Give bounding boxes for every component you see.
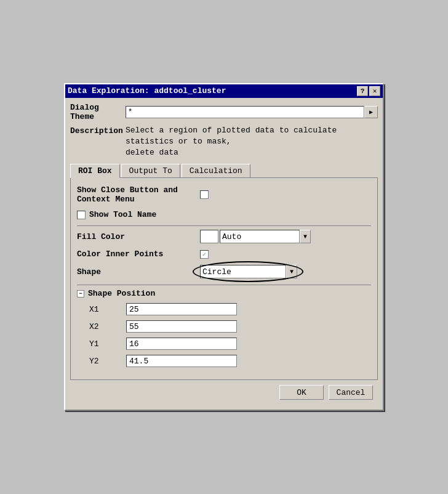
- color-inner-points-row: Color Inner Points: [77, 249, 371, 259]
- title-bar: Data Exploration: addtool_cluster ? ✕: [65, 84, 383, 98]
- y2-label: Y2: [89, 357, 126, 366]
- shape-position-header: − Shape Position: [77, 289, 371, 298]
- description-area: Description Select a region of plotted d…: [70, 125, 378, 159]
- tab-content: Show Close Button and Context Menu Show …: [70, 177, 378, 380]
- tab-output-to[interactable]: Output To: [121, 164, 180, 178]
- x1-label: X1: [89, 305, 126, 314]
- fill-color-dropdown-container: Auto ▼: [200, 230, 311, 243]
- show-tool-name-row: Show Tool Name: [77, 210, 371, 219]
- dialog-theme-arrow-button[interactable]: ▶: [364, 106, 378, 118]
- fill-color-row: Fill Color Auto ▼: [77, 230, 371, 243]
- fill-color-dropdown-arrow[interactable]: ▼: [300, 230, 311, 243]
- fill-color-label: Fill Color: [77, 232, 200, 241]
- show-close-button-label: Show Close Button and Context Menu: [77, 185, 200, 204]
- shape-dropdown-arrow[interactable]: ▼: [286, 265, 297, 278]
- description-text: Select a region of plotted data to calcu…: [126, 125, 378, 159]
- x2-label: X2: [89, 322, 126, 331]
- shape-dropdown-wrapper: Circle ▼: [200, 265, 297, 278]
- bottom-bar: OK Cancel: [70, 380, 378, 405]
- y2-input[interactable]: [126, 355, 237, 367]
- dialog-theme-input[interactable]: [126, 106, 364, 118]
- shape-row: Shape Circle ▼: [77, 265, 371, 278]
- help-button[interactable]: ?: [357, 86, 368, 96]
- y1-input[interactable]: [126, 338, 237, 350]
- description-label: Description: [70, 125, 126, 136]
- y1-row: Y1: [77, 338, 371, 350]
- collapse-button[interactable]: −: [77, 290, 84, 298]
- cancel-button[interactable]: Cancel: [329, 385, 373, 400]
- tab-calculation[interactable]: Calculation: [182, 164, 250, 178]
- x2-row: X2: [77, 320, 371, 333]
- show-tool-name-label: Show Tool Name: [89, 210, 156, 219]
- shape-position-label: Shape Position: [88, 289, 155, 298]
- fill-color-select[interactable]: Auto: [220, 230, 300, 243]
- x2-input[interactable]: [126, 320, 237, 333]
- color-inner-points-checkbox[interactable]: [200, 250, 209, 259]
- shape-select[interactable]: Circle: [200, 265, 286, 278]
- window-body: Dialog Theme ▶ Description Select a regi…: [65, 98, 383, 410]
- window-title: Data Exploration: addtool_cluster: [68, 86, 357, 95]
- shape-label: Shape: [77, 267, 200, 277]
- tab-roi-box[interactable]: ROI Box: [70, 164, 120, 178]
- show-close-button-checkbox[interactable]: [200, 190, 209, 199]
- y1-label: Y1: [89, 339, 126, 349]
- close-button[interactable]: ✕: [369, 86, 380, 96]
- main-window: Data Exploration: addtool_cluster ? ✕ Di…: [64, 83, 384, 411]
- fill-color-swatch[interactable]: [200, 230, 218, 243]
- divider-2: [77, 285, 371, 285]
- ok-button[interactable]: OK: [279, 385, 324, 400]
- color-inner-points-label: Color Inner Points: [77, 249, 200, 259]
- tabs-row: ROI Box Output To Calculation: [70, 163, 378, 177]
- title-bar-buttons: ? ✕: [357, 86, 380, 96]
- x1-row: X1: [77, 303, 371, 315]
- y2-row: Y2: [77, 355, 371, 367]
- show-tool-name-checkbox[interactable]: [77, 211, 86, 219]
- x1-input[interactable]: [126, 303, 237, 315]
- dialog-theme-row: Dialog Theme ▶: [70, 103, 378, 121]
- divider-1: [77, 225, 371, 226]
- dialog-theme-label: Dialog Theme: [70, 103, 126, 121]
- show-close-button-row: Show Close Button and Context Menu: [77, 185, 371, 204]
